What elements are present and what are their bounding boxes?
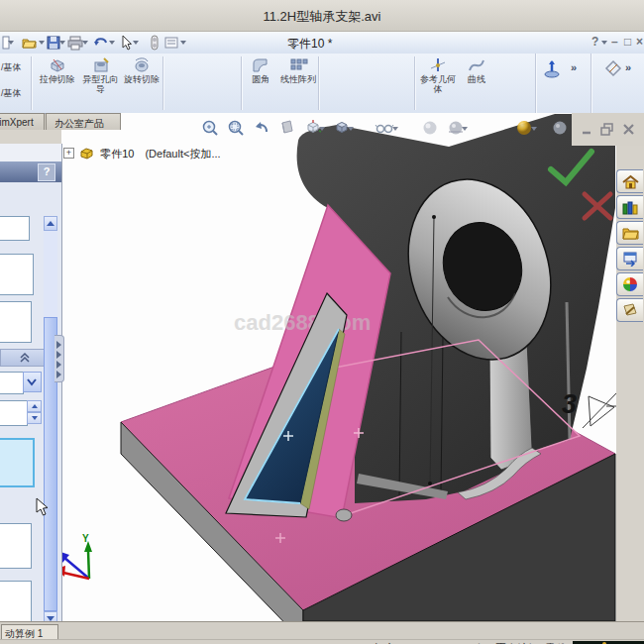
- help-button[interactable]: ?: [591, 35, 598, 50]
- linear-pattern-button[interactable]: 线性阵列: [278, 56, 318, 110]
- document-restore-icon[interactable]: [599, 122, 615, 137]
- pm-group-header[interactable]: [0, 349, 45, 367]
- pm-field-4[interactable]: [0, 523, 32, 569]
- pm-field-3[interactable]: [0, 301, 32, 343]
- open-icon[interactable]: [22, 35, 38, 51]
- mini-toolbar-overflow-2[interactable]: »: [625, 61, 631, 73]
- close-button[interactable]: ×: [636, 35, 643, 50]
- task-pane-file-explorer-button[interactable]: [616, 221, 643, 245]
- display-style-caret[interactable]: [348, 127, 354, 131]
- pm-combo-dropdown[interactable]: [23, 372, 42, 392]
- extruded-cut-icon: [48, 56, 67, 74]
- part-config: (Default<按加...: [145, 148, 220, 160]
- document-close-icon[interactable]: [621, 122, 637, 137]
- reference-geometry-button[interactable]: 参考几何体: [416, 56, 460, 110]
- edit-appearance-icon[interactable]: [421, 119, 441, 139]
- feature-tree-root[interactable]: + 零件10 (Default<按加...: [63, 146, 221, 163]
- chevron-down-icon: [27, 378, 37, 386]
- status-bar: 角度: 90.00deg | 正在编辑: 零件 |: [0, 639, 644, 644]
- pm-spin-field[interactable]: [0, 400, 28, 426]
- print-dropdown-caret[interactable]: [82, 41, 88, 45]
- pm-title-bar: ?: [0, 161, 61, 182]
- task-pane-view-palette-button[interactable]: [616, 247, 643, 270]
- undo-icon[interactable]: [93, 35, 109, 51]
- section-view-icon[interactable]: [278, 119, 298, 139]
- save-dropdown-caret[interactable]: [59, 41, 65, 45]
- pm-field-2[interactable]: [0, 254, 34, 295]
- motion-study-tab-bar: 动算例 1: [0, 621, 644, 640]
- custom-properties-icon: [622, 303, 638, 317]
- sketch-tool-icon[interactable]: [604, 59, 620, 75]
- view-orientation-caret[interactable]: [319, 127, 325, 131]
- main-toolbar: 零件10 * ? – □ ×: [0, 32, 644, 54]
- apply-scene-caret[interactable]: [462, 127, 468, 131]
- panel-splitter-handle[interactable]: [54, 335, 64, 382]
- pm-spin-up[interactable]: [27, 400, 42, 412]
- clipped-boss-base-label-2[interactable]: /基体: [1, 87, 22, 100]
- mini-toolbar-overflow-1[interactable]: »: [571, 61, 577, 73]
- clipped-boss-base-label[interactable]: /基体: [1, 61, 22, 74]
- tab-strip-filler: [0, 130, 61, 144]
- splitter-arrows-icon: [55, 339, 62, 378]
- watermark-text: cad2688.com: [234, 310, 371, 335]
- previous-view-icon[interactable]: [253, 119, 272, 139]
- fillet-icon: [251, 56, 270, 74]
- curves-button[interactable]: 曲线: [460, 56, 493, 110]
- revolved-cut-button[interactable]: 旋转切除: [122, 56, 161, 110]
- undo-dropdown-caret[interactable]: [109, 41, 115, 45]
- pm-selection-box[interactable]: [0, 438, 35, 487]
- mdi-button-panel: [572, 113, 644, 146]
- pm-combo-field[interactable]: [0, 372, 24, 394]
- motion-study-tab[interactable]: 动算例 1: [1, 624, 58, 640]
- document-minimize-icon[interactable]: [580, 122, 595, 137]
- part-name[interactable]: 零件10: [100, 148, 134, 160]
- options-icon[interactable]: [163, 35, 179, 51]
- design-library-icon: [622, 200, 638, 215]
- options-dropdown-caret[interactable]: [180, 41, 186, 45]
- reference-axis-tool-icon[interactable]: [543, 59, 559, 75]
- tree-expand-icon[interactable]: +: [63, 148, 74, 159]
- maximize-button[interactable]: □: [624, 35, 631, 50]
- mouse-cursor: [36, 497, 52, 521]
- graphics-viewport[interactable]: cad2688.com 3: [61, 113, 616, 621]
- zoom-to-area-icon[interactable]: [227, 119, 247, 139]
- pm-spin-down[interactable]: [27, 412, 42, 424]
- rebuild-icon[interactable]: [147, 35, 162, 51]
- zoom-to-fit-icon[interactable]: [201, 119, 221, 139]
- video-title: 11.2H型轴承支架.avi: [0, 8, 644, 26]
- view-settings-caret[interactable]: [531, 127, 537, 131]
- document-title: 零件10 *: [287, 36, 332, 53]
- task-pane-custom-properties-button[interactable]: [616, 298, 643, 322]
- linear-pattern-icon: [288, 56, 308, 74]
- task-pane-resources-button[interactable]: [616, 169, 643, 193]
- hide-show-items-caret[interactable]: [392, 127, 398, 131]
- camera-view-icon[interactable]: [551, 119, 571, 139]
- help-dropdown-caret[interactable]: [601, 41, 607, 45]
- scrollbar-up-arrow[interactable]: [44, 216, 57, 231]
- hide-show-items-icon[interactable]: [375, 119, 394, 139]
- view-palette-icon: [622, 252, 638, 267]
- property-manager-panel: ?: [0, 144, 62, 622]
- print-icon[interactable]: [67, 35, 83, 51]
- collapse-chevron-icon: [19, 352, 31, 364]
- part-icon: [79, 146, 95, 162]
- extruded-cut-button[interactable]: 拉伸切除: [36, 56, 78, 110]
- pm-field-5[interactable]: [0, 581, 32, 624]
- new-dropdown-caret[interactable]: [8, 41, 14, 45]
- tab-office-products[interactable]: 办公室产品: [46, 113, 121, 130]
- task-pane-appearances-button[interactable]: [616, 272, 643, 296]
- open-dropdown-caret[interactable]: [39, 41, 45, 45]
- reference-geometry-icon: [428, 56, 448, 74]
- tab-dimxpert[interactable]: DimXpert: [0, 113, 45, 130]
- pm-help-button[interactable]: ?: [38, 163, 55, 181]
- minimize-button[interactable]: –: [611, 35, 618, 50]
- task-pane-design-library-button[interactable]: [616, 195, 643, 219]
- pm-field-1[interactable]: [0, 216, 30, 241]
- select-dropdown-caret[interactable]: [133, 41, 139, 45]
- fillet-button[interactable]: 圆角: [244, 56, 277, 110]
- folder-icon: [622, 226, 639, 240]
- command-manager: /基体 /基体 拉伸切除 异型孔向导 旋转切除 扫描切除 放样切割 边界切除: [0, 54, 644, 114]
- hole-wizard-button[interactable]: 异型孔向导: [79, 56, 122, 110]
- home-icon: [622, 174, 639, 189]
- svg-text:3: 3: [562, 389, 577, 419]
